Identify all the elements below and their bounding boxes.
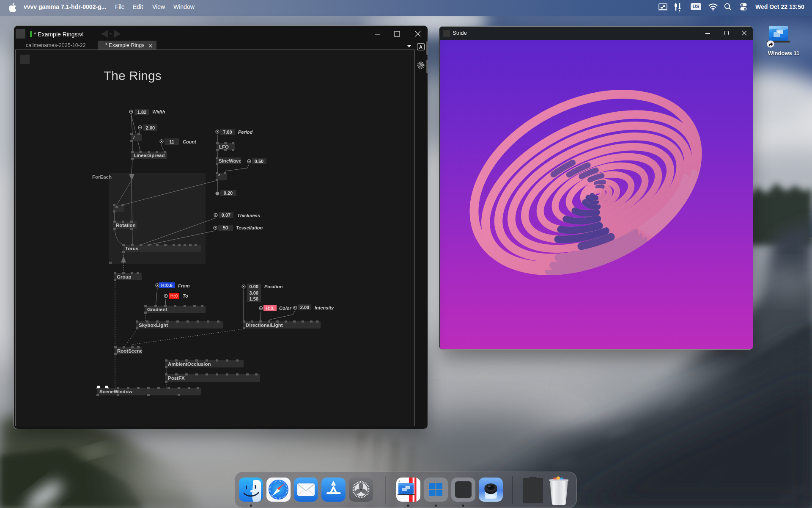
svg-text:H:0.: H:0. <box>266 306 274 311</box>
svg-text:LinearSpread: LinearSpread <box>134 153 165 158</box>
svg-text:Position: Position <box>264 284 283 289</box>
svg-text:A: A <box>419 44 422 50</box>
svg-text:H:0.6: H:0.6 <box>161 283 173 288</box>
svg-text:AmbientOcclusion: AmbientOcclusion <box>168 362 211 367</box>
svg-text:×: × <box>218 173 220 177</box>
svg-text:Gradient: Gradient <box>147 307 167 312</box>
svg-text:Width: Width <box>152 109 165 114</box>
svg-text:3.00: 3.00 <box>250 290 258 295</box>
svg-text:Torus: Torus <box>125 246 138 251</box>
svg-text:* Example Rings.vl: * Example Rings.vl <box>34 31 84 38</box>
svg-text:50: 50 <box>223 225 228 230</box>
svg-text:2.00: 2.00 <box>300 305 309 310</box>
svg-text:RootScene: RootScene <box>117 348 143 353</box>
svg-text:To: To <box>183 293 188 298</box>
svg-text:LFO: LFO <box>219 144 229 149</box>
svg-text:DirectionalLight: DirectionalLight <box>246 323 283 328</box>
svg-text:Thickness: Thickness <box>237 213 260 218</box>
svg-text:0.20: 0.20 <box>224 190 233 196</box>
svg-text:Count: Count <box>183 139 197 144</box>
svg-text:H:0: H:0 <box>170 293 178 298</box>
svg-text:0.50: 0.50 <box>255 159 263 164</box>
svg-text:7.00: 7.00 <box>223 130 232 135</box>
svg-text:The Rings: The Rings <box>104 69 162 83</box>
svg-text:Rotation: Rotation <box>116 223 136 228</box>
svg-text:Group: Group <box>117 274 132 279</box>
svg-text:11: 11 <box>169 139 174 144</box>
svg-text:callmenames-2025-10-22: callmenames-2025-10-22 <box>26 42 86 48</box>
svg-text:SceneWindow: SceneWindow <box>99 389 132 394</box>
svg-text:Color: Color <box>279 306 291 311</box>
svg-text:SineWave: SineWave <box>219 158 241 163</box>
svg-text:1.50: 1.50 <box>250 296 258 301</box>
svg-text:ForEach: ForEach <box>92 174 112 179</box>
svg-text:* Example Rings: * Example Rings <box>105 42 144 48</box>
svg-text:0.00: 0.00 <box>250 284 258 289</box>
svg-text:2.00: 2.00 <box>146 125 155 130</box>
svg-text:SkyboxLight: SkyboxLight <box>139 323 168 328</box>
svg-text:1.82: 1.82 <box>137 110 146 115</box>
svg-text:Intensity: Intensity <box>315 305 334 310</box>
svg-text:Period: Period <box>238 130 253 135</box>
svg-text:×: × <box>115 205 118 209</box>
svg-text:PostFX: PostFX <box>168 375 185 381</box>
svg-text:0.07: 0.07 <box>222 213 230 218</box>
svg-text:Tessellation: Tessellation <box>236 225 263 230</box>
svg-text:From: From <box>178 283 190 288</box>
